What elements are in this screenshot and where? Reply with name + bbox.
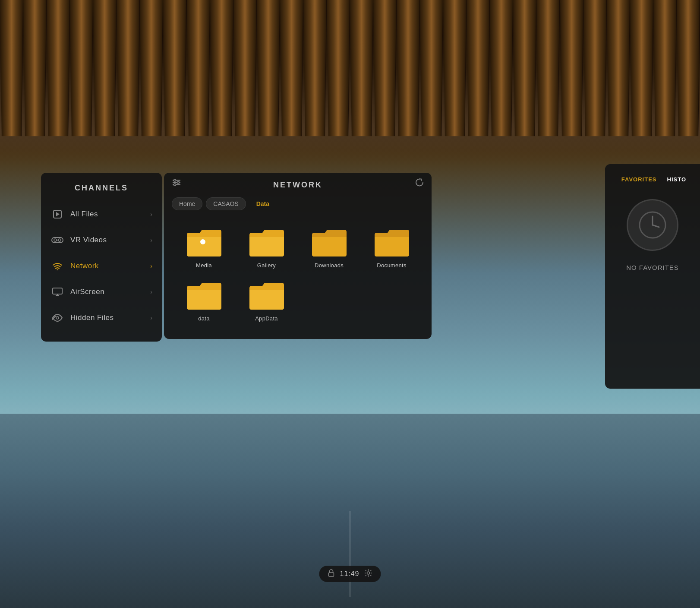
slat: [350, 0, 373, 136]
settings-icon[interactable]: [365, 569, 372, 579]
main-panel-title: NETWORK: [273, 180, 322, 189]
slat: [47, 0, 70, 136]
slat: [513, 0, 536, 136]
monitor-icon: [50, 285, 64, 299]
channels-panel: CHANNELS All Files › VR Videos ›: [41, 173, 162, 342]
slat: [397, 0, 420, 136]
slat: [303, 0, 327, 136]
folder-downloads-icon: [310, 226, 349, 259]
sidebar-item-all-files[interactable]: All Files ›: [41, 201, 162, 227]
tab-favorites[interactable]: FAVORITES: [616, 173, 662, 186]
slat: [373, 0, 397, 136]
tab-history[interactable]: HISTO: [662, 173, 692, 186]
airscreen-arrow: ›: [150, 288, 152, 295]
no-favorites-label: NO FAVORITES: [626, 264, 679, 271]
slat: [210, 0, 233, 136]
all-files-arrow: ›: [150, 211, 152, 218]
folder-documents-icon: [372, 226, 411, 259]
status-bar: 11:49: [319, 566, 381, 582]
network-label: Network: [70, 262, 150, 270]
slat: [467, 0, 490, 136]
slat: [93, 0, 117, 136]
slat: [233, 0, 257, 136]
slat: [327, 0, 350, 136]
folder-downloads[interactable]: Downloads: [298, 220, 360, 273]
breadcrumb-data[interactable]: Data: [249, 198, 276, 210]
channels-title: CHANNELS: [41, 184, 162, 193]
folder-documents-label: Documents: [377, 262, 406, 269]
sidebar-item-airscreen[interactable]: AirScreen ›: [41, 279, 162, 305]
airscreen-label: AirScreen: [70, 288, 150, 296]
svg-point-19: [177, 181, 180, 184]
slat: [443, 0, 467, 136]
play-icon: [50, 207, 64, 221]
folder-appdata[interactable]: AppData: [235, 273, 298, 326]
folder-data-label: data: [198, 315, 210, 322]
folder-data-icon: [185, 279, 224, 312]
svg-point-7: [58, 239, 61, 241]
slat: [163, 0, 186, 136]
vr-icon: [50, 233, 64, 247]
svg-point-22: [367, 572, 370, 574]
slat: [607, 0, 630, 136]
slat: [70, 0, 93, 136]
all-files-label: All Files: [70, 210, 150, 218]
main-panel: NETWORK Home CASAOS Data Media: [164, 173, 432, 339]
sidebar-item-network[interactable]: Network ›: [41, 253, 162, 279]
svg-point-9: [57, 269, 58, 271]
slat: [140, 0, 163, 136]
slat: [420, 0, 443, 136]
wifi-icon: [50, 259, 64, 273]
slat: [117, 0, 140, 136]
folder-appdata-icon: [247, 279, 286, 312]
folder-gallery[interactable]: Gallery: [235, 220, 298, 273]
breadcrumb-home[interactable]: Home: [172, 197, 202, 210]
vr-videos-arrow: ›: [150, 237, 152, 244]
sidebar-item-vr-videos[interactable]: VR Videos ›: [41, 227, 162, 253]
eye-off-icon: [50, 311, 64, 325]
filter-icon[interactable]: [172, 178, 181, 188]
folder-grid: Media Gallery Downloads: [164, 215, 432, 339]
slat: [23, 0, 47, 136]
slat: [653, 0, 677, 136]
history-clock-icon: [627, 199, 678, 251]
hidden-files-arrow: ›: [150, 314, 152, 321]
refresh-icon[interactable]: [415, 178, 424, 189]
folder-downloads-label: Downloads: [315, 262, 344, 269]
main-panel-header: NETWORK: [164, 173, 432, 194]
slat: [560, 0, 583, 136]
folder-media-icon: [185, 226, 224, 259]
folder-media[interactable]: Media: [173, 220, 235, 273]
svg-marker-4: [56, 212, 60, 216]
folder-dot: [200, 239, 205, 244]
status-time: 11:49: [340, 570, 359, 578]
breadcrumb-casaos[interactable]: CASAOS: [206, 197, 246, 210]
slat: [0, 0, 23, 136]
svg-rect-10: [53, 288, 62, 294]
svg-point-13: [56, 317, 59, 319]
folder-data[interactable]: data: [173, 273, 235, 326]
slat: [630, 0, 653, 136]
svg-point-18: [174, 179, 176, 181]
right-panel-tabs: FAVORITES HISTO: [609, 173, 696, 186]
sidebar-item-hidden-files[interactable]: Hidden Files ›: [41, 305, 162, 331]
lock-icon: [328, 569, 334, 579]
folder-appdata-label: AppData: [255, 315, 278, 322]
slat: [583, 0, 607, 136]
network-arrow: ›: [150, 263, 152, 269]
svg-rect-21: [328, 573, 334, 576]
slat: [280, 0, 303, 136]
folder-gallery-icon: [247, 226, 286, 259]
folder-gallery-label: Gallery: [257, 262, 276, 269]
ceiling: [0, 0, 700, 164]
right-panel: FAVORITES HISTO NO FAVORITES: [605, 164, 700, 389]
breadcrumbs: Home CASAOS Data: [164, 194, 432, 215]
slat: [257, 0, 280, 136]
svg-point-20: [174, 184, 176, 186]
slat: [187, 0, 210, 136]
hidden-files-label: Hidden Files: [70, 314, 150, 322]
svg-point-6: [54, 239, 57, 241]
slat: [490, 0, 513, 136]
folder-documents[interactable]: Documents: [360, 220, 423, 273]
folder-media-label: Media: [196, 262, 212, 269]
